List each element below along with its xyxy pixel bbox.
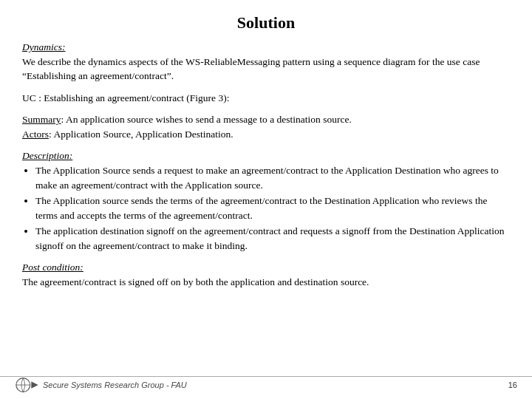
dynamics-text: We describe the dynamics aspects of the … — [22, 56, 480, 82]
post-label: Post condition: — [22, 262, 83, 273]
summary-text: : An application source wishes to send a… — [61, 114, 352, 125]
bullet-item-3: The application destination signoff on t… — [35, 224, 510, 253]
footer-page-number: 16 — [508, 381, 517, 389]
logo-icon — [15, 377, 38, 393]
bullet-item-2: The Application source sends the terms o… — [35, 194, 510, 222]
dynamics-label: Dynamics: — [22, 41, 65, 52]
uc-text: UC : Establishing an agreement/contract … — [22, 92, 229, 103]
bullet-item-1: The Application Source sends a request t… — [35, 163, 510, 192]
actors-label: Actors — [22, 129, 49, 140]
page-title: Solution — [22, 13, 510, 33]
svg-marker-2 — [31, 381, 38, 388]
summary-label: Summary — [22, 114, 61, 125]
summary-section: Summary: An application source wishes to… — [22, 112, 510, 141]
actors-text: : Application Source, Application Destin… — [49, 129, 233, 140]
page-container: Solution Dynamics: We describe the dynam… — [0, 0, 532, 399]
uc-section: UC : Establishing an agreement/contract … — [22, 91, 510, 106]
footer: Secure Systems Research Group - FAU 16 — [0, 376, 532, 393]
post-text: The agreement/contract is signed off on … — [22, 276, 369, 287]
description-label: Description: — [22, 150, 72, 161]
post-condition-section: Post condition: The agreement/contract i… — [22, 260, 510, 289]
description-list: The Application Source sends a request t… — [35, 163, 510, 253]
description-section: Description: The Application Source send… — [22, 149, 510, 253]
dynamics-section: Dynamics: We describe the dynamics aspec… — [22, 40, 510, 83]
footer-org-text: Secure Systems Research Group - FAU — [43, 381, 187, 389]
footer-logo-area: Secure Systems Research Group - FAU — [15, 377, 187, 393]
